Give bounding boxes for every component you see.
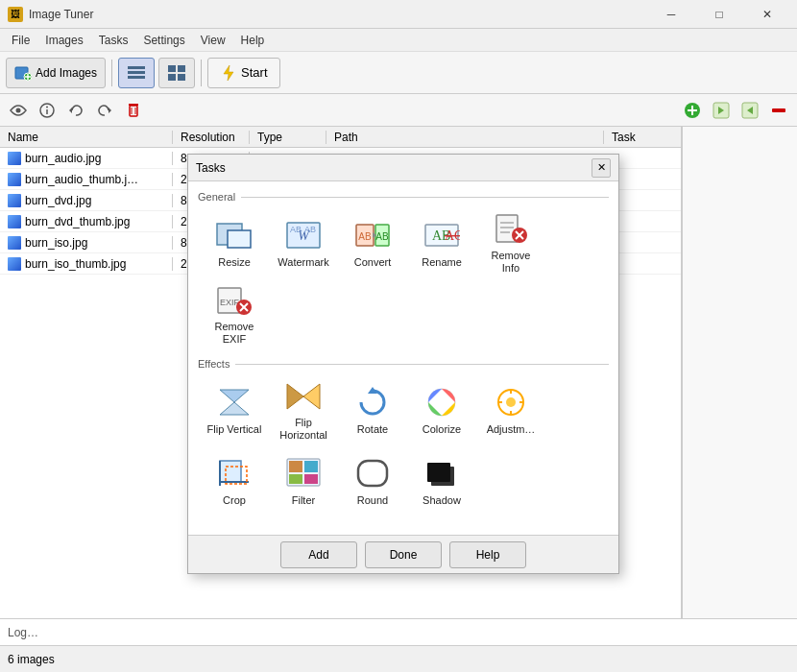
view-list-button[interactable] <box>118 58 155 88</box>
task-item-resize[interactable]: Resize <box>202 210 267 277</box>
rotate-left-button[interactable] <box>63 98 88 123</box>
menu-file[interactable]: File <box>4 32 37 49</box>
view-grid-button[interactable] <box>158 58 195 88</box>
round-label: Round <box>357 494 388 507</box>
task-item-filter[interactable]: Filter <box>271 448 336 516</box>
add-green-icon <box>684 102 701 119</box>
secondary-toolbar <box>0 94 797 127</box>
app-icon: 🖼 <box>8 7 23 22</box>
file-icon <box>8 152 21 165</box>
done-button[interactable]: Done <box>365 541 442 568</box>
task-item-flip-vertical[interactable]: Flip Vertical <box>202 377 267 444</box>
task-item-rename[interactable]: AB AC Rename <box>409 210 474 277</box>
file-icon <box>8 194 21 207</box>
watermark-icon: W AB AB <box>284 218 323 252</box>
svg-rect-29 <box>772 108 785 112</box>
task-item-colorize[interactable]: Colorize <box>409 377 474 444</box>
menu-images[interactable]: Images <box>37 32 90 49</box>
filter-label: Filter <box>292 494 315 507</box>
arrow-left-button[interactable] <box>737 98 762 123</box>
start-button[interactable]: Start <box>207 58 279 88</box>
general-items-grid: Resize W AB AB Watermark <box>198 210 609 348</box>
file-name: burn_iso_thumb.jpg <box>0 257 173 271</box>
add-green-button[interactable] <box>680 98 705 123</box>
maximize-button[interactable]: □ <box>697 0 741 29</box>
delete-button[interactable] <box>121 98 146 123</box>
rotate-right-button[interactable] <box>92 98 117 123</box>
svg-rect-76 <box>304 474 318 484</box>
file-icon <box>8 257 21 271</box>
colorize-label: Colorize <box>423 423 461 436</box>
task-item-crop[interactable]: Crop <box>202 448 267 516</box>
header-resolution: Resolution <box>173 131 250 144</box>
window-controls: ─ □ ✕ <box>649 0 789 29</box>
task-item-adjustments[interactable]: Adjustm… <box>478 377 543 444</box>
arrow-right-button[interactable] <box>709 98 734 123</box>
menu-tasks[interactable]: Tasks <box>91 32 136 49</box>
rename-label: Rename <box>422 256 462 269</box>
header-path: Path <box>326 131 604 144</box>
remove-exif-icon: EXIF <box>215 284 254 317</box>
svg-marker-17 <box>109 108 111 113</box>
svg-rect-7 <box>168 65 176 72</box>
rotate-icon <box>353 385 392 420</box>
minimize-button[interactable]: ─ <box>649 0 693 29</box>
svg-text:AC: AC <box>445 228 460 243</box>
file-name: burn_audio_thumb.j… <box>0 173 173 186</box>
rotate-label: Rotate <box>357 423 388 436</box>
svg-rect-74 <box>304 461 318 472</box>
info-icon <box>39 103 55 118</box>
remove-task-button[interactable] <box>766 98 791 123</box>
svg-rect-31 <box>228 230 251 248</box>
svg-marker-11 <box>224 65 233 81</box>
main-toolbar: Add Images Start <box>0 52 797 94</box>
section-general-label: General <box>198 191 609 203</box>
svg-text:AB: AB <box>358 231 372 242</box>
svg-rect-10 <box>178 74 185 81</box>
shadow-label: Shadow <box>423 494 461 507</box>
svg-point-15 <box>46 106 48 108</box>
remove-red-icon <box>771 103 786 118</box>
svg-rect-73 <box>289 461 302 472</box>
svg-rect-75 <box>289 474 302 484</box>
task-item-flip-horizontal[interactable]: Flip Horizontal <box>271 377 336 444</box>
task-item-round[interactable]: Round <box>340 448 405 516</box>
add-button[interactable]: Add <box>280 541 357 568</box>
menu-view[interactable]: View <box>193 32 233 49</box>
menu-settings[interactable]: Settings <box>135 32 192 49</box>
dialog-close-button[interactable]: ✕ <box>592 158 611 178</box>
svg-marker-57 <box>220 402 249 415</box>
svg-point-12 <box>16 108 21 112</box>
task-item-remove-info[interactable]: Remove Info <box>478 210 543 277</box>
header-type: Type <box>250 131 326 144</box>
info-button[interactable] <box>35 98 60 123</box>
convert-icon: AB AB <box>353 218 392 252</box>
task-item-watermark[interactable]: W AB AB Watermark <box>271 210 336 277</box>
menu-help[interactable]: Help <box>233 32 273 49</box>
eye-button[interactable] <box>6 98 31 123</box>
task-item-convert[interactable]: AB AB Convert <box>340 210 405 277</box>
file-name: burn_iso.jpg <box>0 236 173 250</box>
log-area: Log… <box>0 618 797 645</box>
task-item-shadow[interactable]: Shadow <box>409 448 474 516</box>
svg-marker-56 <box>220 390 249 402</box>
remove-info-label: Remove Info <box>483 250 539 275</box>
svg-rect-19 <box>130 106 137 116</box>
svg-marker-16 <box>69 108 72 113</box>
task-item-rotate[interactable]: Rotate <box>340 377 405 444</box>
add-images-button[interactable]: Add Images <box>6 58 106 88</box>
menu-bar: File Images Tasks Settings View Help <box>0 29 797 52</box>
help-button[interactable]: Help <box>449 541 526 568</box>
effects-items-grid: Flip Vertical Flip Horizontal <box>198 377 609 516</box>
convert-label: Convert <box>354 256 392 269</box>
adjustments-icon <box>492 385 530 420</box>
task-panel <box>682 127 797 618</box>
flip-vertical-label: Flip Vertical <box>207 423 262 436</box>
svg-rect-6 <box>128 76 145 79</box>
dialog-footer: Add Done Help <box>188 535 618 573</box>
close-button[interactable]: ✕ <box>745 0 789 29</box>
file-list-header: Name Resolution Type Path Task <box>0 127 681 148</box>
task-item-remove-exif[interactable]: EXIF Remove EXIF <box>202 281 267 348</box>
svg-rect-79 <box>427 463 450 482</box>
remove-info-icon <box>492 213 530 246</box>
